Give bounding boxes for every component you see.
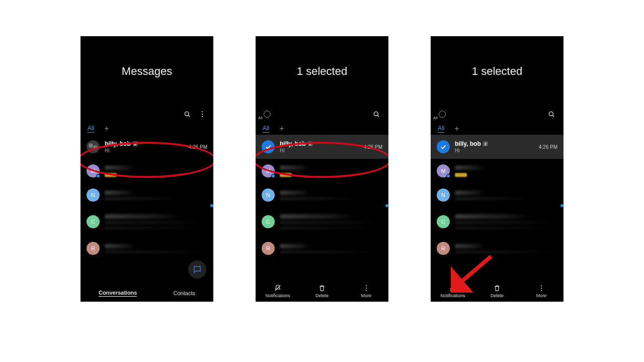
conversation-row-primary[interactable]: billy, bob 2 Hi 4:26 PM	[80, 135, 213, 159]
selection-title: 1 selected	[256, 36, 388, 107]
notifications-button[interactable]: Notifications	[431, 281, 475, 302]
more-button[interactable]: More	[344, 281, 388, 302]
svg-point-8	[366, 285, 367, 286]
more-vert-icon[interactable]	[198, 110, 206, 118]
conversation-row-blurred[interactable]: R	[431, 236, 564, 260]
compose-fab[interactable]	[188, 260, 206, 279]
conversation-row-blurred[interactable]: M	[256, 159, 388, 183]
phone-screenshot-3: 1 selected All All + billy, bob 2 Hi 4:2…	[431, 36, 564, 302]
conversation-time: 4:26 PM	[364, 144, 382, 150]
group-avatar-icon	[87, 140, 100, 153]
svg-point-0	[185, 112, 189, 116]
conversation-row-blurred[interactable]: C	[256, 207, 388, 236]
member-count-badge: 2	[133, 141, 138, 146]
conversation-row-blurred[interactable]: M	[431, 159, 564, 183]
select-all-label: All	[258, 116, 263, 120]
title-text: Messages	[122, 65, 172, 78]
conversation-row-blurred[interactable]: R	[80, 236, 213, 260]
selection-title: 1 selected	[431, 36, 564, 107]
conversation-body: billy, bob 2 Hi	[105, 140, 184, 153]
page-title: Messages	[80, 36, 213, 107]
select-all-checkbox[interactable]	[439, 111, 446, 118]
delete-button[interactable]: Delete	[300, 281, 344, 302]
phone-screenshot-1: Messages All + billy, bob 2 Hi 4:26 PM M…	[80, 36, 213, 302]
avatar: R	[87, 242, 100, 255]
conversation-row-selected[interactable]: billy, bob 2 Hi 4:26 PM	[256, 135, 388, 159]
delete-label: Delete	[491, 293, 504, 298]
svg-point-4	[202, 116, 203, 117]
conversation-row-blurred[interactable]: N	[431, 183, 564, 207]
notifications-label: Notifications	[440, 293, 465, 298]
svg-line-1	[189, 116, 190, 117]
conversation-row-blurred[interactable]: N	[256, 183, 388, 207]
avatar: C	[262, 215, 275, 228]
more-label: More	[361, 293, 372, 298]
svg-line-12	[553, 116, 554, 117]
conversation-name: billy, bob	[105, 140, 131, 147]
avatar: M	[262, 164, 275, 177]
bottom-nav: Conversations Contacts	[80, 285, 213, 302]
toolbar-row	[80, 107, 213, 122]
delete-label: Delete	[315, 293, 329, 298]
add-category-icon[interactable]: +	[279, 125, 284, 133]
svg-point-11	[549, 112, 553, 116]
tab-all[interactable]: All	[263, 125, 269, 133]
conversation-row-selected[interactable]: billy, bob 2 Hi 4:26 PM	[431, 135, 564, 159]
selection-action-bar: Notifications Delete More	[256, 281, 388, 302]
conversation-preview: Hi	[455, 148, 534, 153]
avatar: N	[87, 189, 100, 202]
title-text: 1 selected	[472, 65, 522, 78]
search-icon[interactable]	[372, 110, 380, 118]
selection-action-bar: Notifications Delete More	[431, 281, 564, 302]
conversation-row-blurred[interactable]: M	[80, 159, 213, 183]
conversation-name: billy, bob	[455, 140, 481, 147]
avatar: N	[262, 189, 275, 202]
svg-point-5	[374, 112, 378, 116]
conversation-row-blurred[interactable]: C	[431, 207, 564, 236]
conversation-time: 4:26 PM	[189, 144, 207, 150]
selected-check-icon	[262, 140, 275, 153]
conversation-row-blurred[interactable]: C	[80, 207, 213, 236]
add-category-icon[interactable]: +	[454, 125, 459, 133]
select-all-label: All	[433, 116, 438, 120]
svg-point-15	[541, 288, 542, 289]
member-count-badge: 2	[308, 141, 313, 146]
category-tabs: All +	[431, 122, 564, 135]
tab-contacts[interactable]: Contacts	[174, 290, 195, 296]
svg-point-2	[202, 111, 203, 112]
conversation-time: 4:26 PM	[539, 144, 557, 150]
avatar: R	[262, 242, 275, 255]
more-label: More	[536, 293, 547, 298]
category-tabs: All +	[256, 122, 388, 135]
conversation-row-blurred[interactable]: N	[80, 183, 213, 207]
avatar: M	[437, 164, 450, 177]
svg-point-16	[541, 290, 542, 291]
svg-point-10	[366, 290, 367, 291]
conversation-row-blurred[interactable]: R	[256, 236, 388, 260]
tab-all[interactable]: All	[438, 125, 444, 133]
member-count-badge: 2	[483, 141, 488, 146]
tab-all[interactable]: All	[88, 125, 94, 133]
svg-line-6	[378, 116, 379, 117]
avatar: R	[437, 242, 450, 255]
notifications-button[interactable]: Notifications	[256, 281, 300, 302]
conversation-preview: Hi	[105, 148, 184, 153]
title-text: 1 selected	[297, 65, 347, 78]
delete-button[interactable]: Delete	[475, 281, 519, 302]
select-all-checkbox[interactable]	[264, 111, 271, 118]
svg-point-9	[366, 288, 367, 289]
search-icon[interactable]	[183, 110, 191, 118]
add-category-icon[interactable]: +	[104, 125, 109, 133]
tab-conversations[interactable]: Conversations	[99, 290, 137, 297]
conversation-preview: Hi	[280, 148, 359, 153]
more-button[interactable]: More	[519, 281, 564, 302]
conversation-name: billy, bob	[280, 140, 306, 147]
search-icon[interactable]	[547, 110, 555, 118]
svg-point-3	[202, 114, 203, 115]
notifications-label: Notifications	[265, 293, 290, 298]
svg-point-14	[541, 285, 542, 286]
selected-check-icon	[437, 140, 450, 153]
toolbar-row: All	[431, 107, 564, 122]
toolbar-row: All	[256, 107, 388, 122]
avatar: C	[87, 215, 100, 228]
